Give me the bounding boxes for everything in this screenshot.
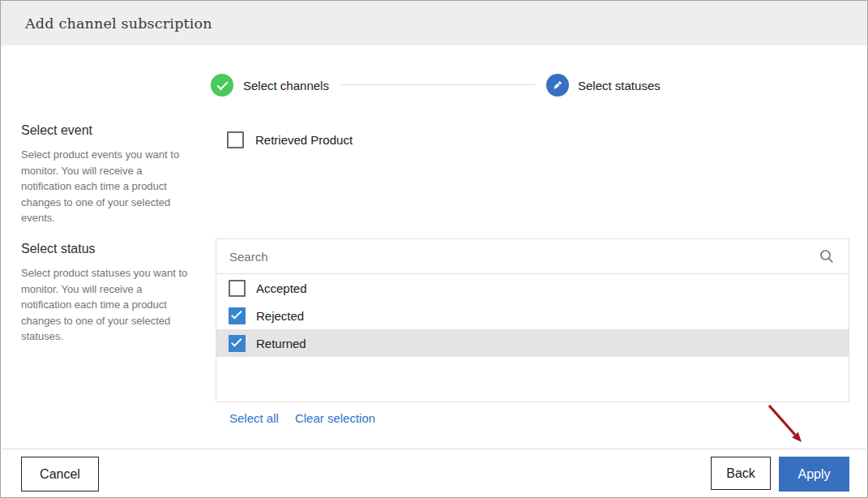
- returned-checkbox[interactable]: [229, 335, 246, 352]
- retrieved-product-checkbox[interactable]: [227, 131, 244, 148]
- add-channel-subscription-dialog: Add channel subscription Select channels…: [0, 0, 868, 498]
- step-select-statuses-indicator: [546, 74, 569, 97]
- event-item-retrieved-product: Retrieved Product: [227, 131, 353, 148]
- status-search-input[interactable]: [216, 239, 849, 273]
- retrieved-product-label: Retrieved Product: [255, 133, 353, 147]
- select-status-heading: Select status: [21, 242, 96, 256]
- select-all-link[interactable]: Select all: [229, 411, 279, 425]
- select-event-heading: Select event: [21, 123, 92, 138]
- footer-divider: [2, 449, 866, 449]
- select-status-description: Select product statuses you want to moni…: [21, 265, 193, 345]
- status-item-returned[interactable]: Returned: [216, 329, 849, 357]
- clear-selection-link[interactable]: Clear selection: [295, 411, 375, 425]
- step-select-channels-label: Select channels: [243, 79, 329, 92]
- select-event-description: Select product events you want to monito…: [21, 147, 193, 226]
- returned-label: Returned: [256, 337, 306, 350]
- search-icon: [819, 249, 834, 264]
- dialog-header: Add channel subscription: [1, 1, 867, 45]
- step-select-channels-indicator: [211, 74, 233, 97]
- cancel-button[interactable]: Cancel: [21, 457, 99, 492]
- status-listbox: Accepted Rejected Returned: [216, 238, 849, 402]
- step-select-statuses-label: Select statuses: [578, 79, 661, 92]
- status-item-rejected[interactable]: Rejected: [216, 302, 849, 329]
- back-button[interactable]: Back: [711, 457, 771, 490]
- status-list-actions: Select all Clear selection: [229, 411, 375, 425]
- check-icon: [216, 79, 228, 90]
- rejected-label: Rejected: [256, 309, 304, 323]
- status-item-accepted[interactable]: Accepted: [216, 274, 849, 302]
- pencil-icon: [551, 79, 564, 92]
- rejected-checkbox[interactable]: [229, 307, 246, 324]
- dialog-title: Add channel subscription: [25, 15, 212, 32]
- apply-button[interactable]: Apply: [779, 457, 849, 492]
- status-search-row: [216, 239, 849, 274]
- stepper-connector-line: [341, 84, 536, 85]
- accepted-label: Accepted: [256, 281, 307, 295]
- accepted-checkbox[interactable]: [229, 280, 246, 297]
- annotation-arrow-icon: [755, 397, 811, 453]
